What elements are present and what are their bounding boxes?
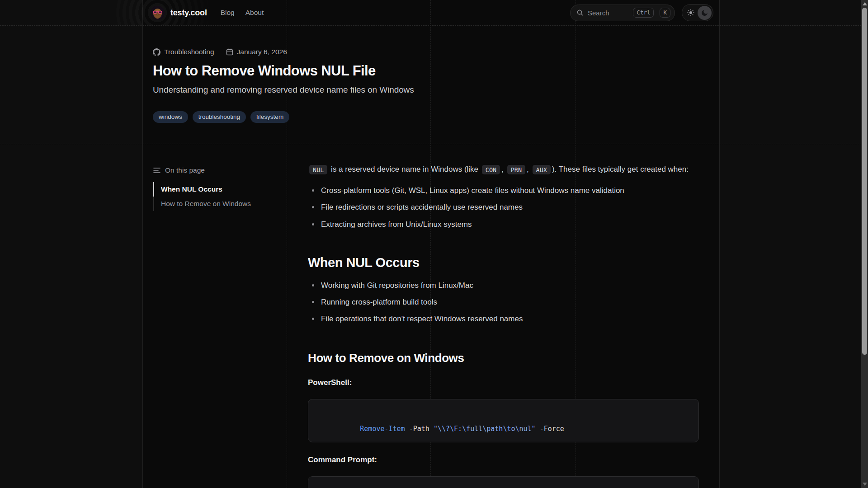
toc-item-label: How to Remove on Windows — [161, 200, 251, 207]
list-item: Cross-platform tools (Git, WSL, Linux ap… — [308, 186, 699, 196]
table-of-contents: On this page When NUL Occurs How to Remo… — [142, 144, 287, 211]
nav-link[interactable]: About — [245, 9, 264, 17]
page-subtitle: Understanding and removing reserved devi… — [153, 85, 709, 95]
toc-items: When NUL Occurs How to Remove on Windows — [153, 182, 278, 211]
intro-segment: , — [527, 165, 531, 174]
scrollbar-thumb[interactable] — [862, 8, 867, 355]
powershell-label: PowerShell: — [308, 378, 699, 387]
article-body: NUL is a reserved device name in Windows… — [287, 144, 720, 488]
list-lines-icon — [153, 167, 160, 174]
category-label: Troubleshooting — [164, 48, 214, 56]
intro-segment: PRN — [507, 165, 525, 174]
scrollbar-down-arrow[interactable] — [863, 483, 867, 486]
toc-item[interactable]: When NUL Occurs — [153, 182, 278, 197]
scrollbar-up-arrow[interactable] — [863, 2, 867, 5]
theme-toggle[interactable] — [682, 4, 713, 21]
code-token: Remove-Item — [360, 425, 405, 433]
tag-pill[interactable]: filesystem — [250, 111, 289, 123]
sun-icon — [687, 9, 694, 16]
body-grid: On this page When NUL Occurs How to Remo… — [142, 144, 720, 488]
tags-row: windows troubleshooting filesystem — [153, 111, 709, 123]
dark-mode-button[interactable] — [698, 6, 712, 20]
powershell-code-line: Remove-Item -Path "\\?\F:\full\path\to\n… — [319, 417, 564, 433]
category-badge[interactable]: Troubleshooting — [153, 48, 214, 56]
date-item: January 6, 2026 — [226, 48, 287, 56]
intro-segment: NUL — [309, 165, 327, 174]
command-prompt-label: Command Prompt: — [308, 455, 699, 465]
kbd-ctrl: Ctrl — [633, 8, 654, 18]
search-icon — [576, 9, 584, 16]
toc-item[interactable]: How to Remove on Windows — [153, 197, 278, 211]
code-token: "\\?\F:\full\path\to\nul" — [434, 425, 536, 433]
section-heading-when-nul-occurs: When NUL Occurs — [308, 255, 699, 270]
header-right-group: Ctrl K — [570, 4, 713, 21]
walnut-avatar-icon — [151, 6, 165, 20]
code-token: -Path — [405, 425, 434, 433]
intro-segment: CON — [482, 165, 500, 174]
vertical-scrollbar[interactable] — [861, 0, 868, 488]
main-nav: Blog About — [221, 9, 264, 17]
intro-bullet-list: Cross-platform tools (Git, WSL, Linux ap… — [308, 186, 699, 229]
search-input[interactable] — [588, 9, 629, 17]
nav-link[interactable]: Blog — [221, 9, 235, 17]
intro-segment: ). These files typically get created whe… — [552, 165, 689, 174]
intro-segment: AUX — [533, 165, 551, 174]
search-box[interactable]: Ctrl K — [570, 5, 675, 21]
list-item: Running cross-platform build tools — [308, 297, 699, 307]
tag-pill[interactable]: windows — [153, 111, 188, 123]
light-mode-button[interactable] — [684, 6, 698, 20]
powershell-code-block: Remove-Item -Path "\\?\F:\full\path\to\n… — [308, 399, 699, 442]
tag-pill[interactable]: troubleshooting — [193, 111, 246, 123]
toc-heading-label: On this page — [165, 166, 205, 174]
content-column: testy.cool Blog About Ctrl — [142, 0, 720, 488]
site-logo-avatar[interactable] — [151, 6, 165, 20]
section1-bullet-list: Working with Git repositories from Linux… — [308, 281, 699, 324]
page-title: How to Remove Windows NUL File — [153, 63, 709, 79]
page: testy.cool Blog About Ctrl — [0, 0, 868, 488]
article-header: Troubleshooting January 6, 2026 How to R… — [142, 25, 720, 144]
calendar-icon — [226, 48, 233, 56]
toc-heading: On this page — [153, 166, 278, 174]
list-item: Working with Git repositories from Linux… — [308, 281, 699, 291]
toc-item-label: When NUL Occurs — [161, 185, 222, 193]
site-header: testy.cool Blog About Ctrl — [142, 0, 720, 25]
list-item: File operations that don't respect Windo… — [308, 314, 699, 324]
intro-segment: , — [501, 165, 505, 174]
list-item: Extracting archives from Unix/Linux syst… — [308, 220, 699, 230]
intro-paragraph: NUL is a reserved device name in Windows… — [308, 164, 699, 175]
command-prompt-code-block: del "\\?\F:\full\path\to\nul" — [308, 476, 699, 488]
code-token: -Force — [536, 425, 564, 433]
list-item: File redirections or scripts accidentall… — [308, 202, 699, 212]
kbd-k: K — [660, 8, 670, 18]
article-meta-row: Troubleshooting January 6, 2026 — [153, 48, 709, 56]
section-heading-how-to-remove: How to Remove on Windows — [308, 351, 699, 365]
moon-icon — [701, 9, 708, 17]
intro-segment: is a reserved device name in Windows (li… — [329, 165, 480, 174]
date-label: January 6, 2026 — [237, 48, 287, 56]
github-icon — [153, 48, 160, 56]
site-title[interactable]: testy.cool — [170, 8, 207, 18]
